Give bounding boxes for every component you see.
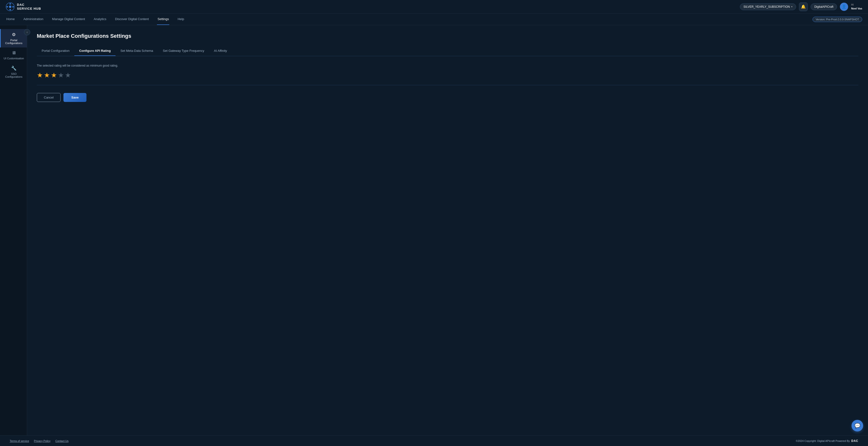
page-title: Market Place Configurations Settings [37,33,858,39]
cancel-button[interactable]: Cancel [37,93,61,102]
svg-point-2 [9,3,11,5]
main-layout: ‹ ⚙ Portal Configurations 🖥 UI Customisa… [0,25,868,435]
nav-help[interactable]: Help [177,13,185,25]
footer-contact-us[interactable]: Contact Us [56,440,68,442]
nav-manage-digital-content[interactable]: Manage Digital Content [52,13,86,25]
tab-set-gateway-type-frequency[interactable]: Set Gateway Type Frequency [158,46,209,56]
api-craft-button[interactable]: DigitalAPICraft [811,3,837,10]
user-greeting: Hi [851,3,862,6]
nav-home[interactable]: Home [6,13,15,25]
star-4[interactable]: ★ [58,71,64,79]
content-area: The selected rating will be considered a… [37,62,858,104]
nav-discover-digital-content[interactable]: Discover Digital Content [115,13,149,25]
footer-terms-of-service[interactable]: Terms of service [10,440,29,442]
stars-rating[interactable]: ★ ★ ★ ★ ★ [37,71,858,79]
subscription-button[interactable]: SILVER_YEARLY_SUBSCRIPTION ▾ [740,3,796,10]
nav-links: Home Administration Manage Digital Conte… [6,13,185,25]
logo-area: DAC SERVICE HUB [6,2,41,11]
sso-configurations-icon: 🔧 [11,66,17,71]
nav-bar: Home Administration Manage Digital Conte… [0,13,868,25]
tabs-bar: Portal Configuration Configure API Ratin… [37,46,858,56]
sidebar-item-ui-customisation[interactable]: 🖥 UI Customisation [0,47,27,63]
avatar[interactable]: 👤 [840,3,848,11]
footer-links: Terms of service Privacy Policy Contact … [10,440,68,442]
svg-point-3 [9,9,11,10]
star-1[interactable]: ★ [37,71,43,79]
nav-analytics[interactable]: Analytics [93,13,107,25]
content-divider [37,85,858,85]
api-craft-label: DigitalAPICraft [814,5,833,8]
footer-copyright: ©2024 Copyright: Digital APIcraft Powere… [796,439,858,443]
star-5[interactable]: ★ [65,71,71,79]
main-content: Market Place Configurations Settings Por… [27,25,868,435]
star-2[interactable]: ★ [44,71,50,79]
subscription-label: SILVER_YEARLY_SUBSCRIPTION [744,5,790,8]
svg-point-1 [9,6,11,8]
portal-configurations-icon: ⚙ [12,32,16,37]
star-3[interactable]: ★ [51,71,57,79]
tab-set-meta-data-schema[interactable]: Set Meta-Data Schema [116,46,158,56]
footer-privacy-policy[interactable]: Privacy Policy [34,440,51,442]
nav-settings[interactable]: Settings [157,13,169,25]
tab-portal-configuration[interactable]: Portal Configuration [37,46,74,56]
logo-text: DAC SERVICE HUB [17,3,41,10]
chevron-down-icon: ▾ [791,5,793,8]
header: DAC SERVICE HUB SILVER_YEARLY_SUBSCRIPTI… [0,0,868,13]
logo-icon [6,2,14,11]
sidebar-collapse-button[interactable]: ‹ [24,29,30,35]
actions-row: Cancel Save [37,93,858,102]
svg-point-5 [12,6,14,7]
sidebar-item-label: UI Customisation [4,57,24,60]
ui-customisation-icon: 🖥 [11,51,16,56]
notifications-icon[interactable]: 🔔 [799,2,808,11]
tab-ai-affinity[interactable]: AI Affinity [209,46,232,56]
sidebar-item-portal-configurations[interactable]: ⚙ Portal Configurations [0,29,27,47]
chat-button[interactable]: 💬 [851,420,863,432]
sidebar-item-sso-configurations[interactable]: 🔧 SSO Configurations [0,63,27,81]
sidebar-item-label: Portal Configurations [3,39,25,44]
svg-point-4 [6,6,8,7]
tab-configure-api-rating[interactable]: Configure API Rating [74,46,116,56]
header-right: SILVER_YEARLY_SUBSCRIPTION ▾ 🔔 DigitalAP… [740,2,862,11]
copyright-text: ©2024 Copyright: Digital APIcraft Powere… [796,440,850,442]
footer-brand: DAC [851,439,858,443]
save-button[interactable]: Save [63,93,86,102]
user-info: Hi Noel Vas [851,3,862,10]
nav-administration[interactable]: Administration [23,13,44,25]
footer: Terms of service Privacy Policy Contact … [0,435,868,446]
sidebar: ‹ ⚙ Portal Configurations 🖥 UI Customisa… [0,25,27,435]
version-badge: Version: Pre-Prod-2.0.0-SNAPSHOT [812,17,862,22]
rating-description: The selected rating will be considered a… [37,64,858,67]
user-name: Noel Vas [851,7,862,10]
sidebar-item-label: SSO Configurations [3,72,25,78]
